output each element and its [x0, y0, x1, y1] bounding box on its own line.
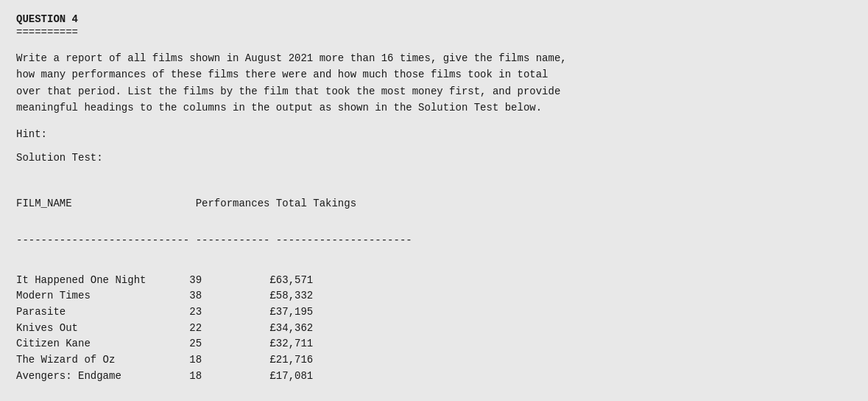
table-row: Knives Out 22 £34,362 — [16, 321, 852, 337]
table-row: Parasite 23 £37,195 — [16, 304, 852, 321]
hint-label: Hint: — [16, 128, 852, 140]
separator: ========== — [16, 27, 852, 38]
description-line-4: meaningful headings to the columns in th… — [16, 102, 542, 114]
table-row: Avengers: Endgame 18 £17,081 — [16, 369, 852, 385]
question-container: QUESTION 4 ========== Write a report of … — [16, 13, 852, 401]
table-row: The Wizard of Oz 18 £21,716 — [16, 352, 852, 369]
table-row: Citizen Kane 25 £32,711 — [16, 336, 852, 352]
description-line-3: over that period. List the films by the … — [16, 86, 560, 97]
solution-label: Solution Test: — [16, 152, 852, 164]
description: Write a report of all films shown in Aug… — [16, 50, 738, 116]
table-divider: ---------------------------- -----------… — [16, 234, 852, 246]
solution-table: FILM_NAME Performances Total Takings ---… — [16, 174, 852, 401]
table-rows: It Happened One Night 39 £63,571Modern T… — [16, 273, 852, 385]
table-row: Modern Times 38 £58,332 — [16, 288, 852, 304]
description-line-1: Write a report of all films shown in Aug… — [16, 52, 567, 64]
description-line-2: how many performances of these films the… — [16, 69, 548, 80]
question-title: QUESTION 4 — [16, 13, 852, 25]
table-row: It Happened One Night 39 £63,571 — [16, 273, 852, 289]
table-header: FILM_NAME Performances Total Takings — [16, 198, 852, 209]
